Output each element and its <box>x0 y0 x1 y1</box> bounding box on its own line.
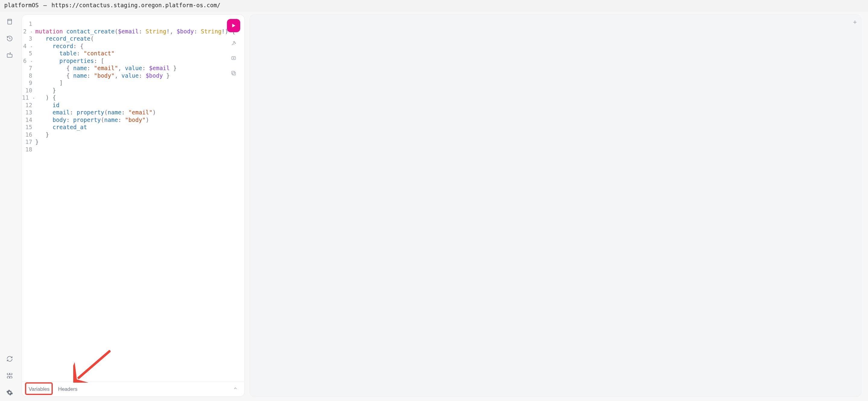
sidebar <box>0 11 19 401</box>
clear-icon[interactable] <box>229 54 238 62</box>
folder-icon[interactable] <box>5 51 14 60</box>
code-line[interactable]: body: property(name: "body") <box>35 116 223 124</box>
fold-toggle-icon[interactable]: ▾ <box>31 30 32 33</box>
line-gutter: 12 ▾34 ▾56 ▾7891011 ▾12131415161718 <box>22 20 35 381</box>
line-number: 4 ▾ <box>22 42 32 50</box>
line-number: 9 <box>22 79 32 87</box>
line-number: 18 <box>22 146 32 153</box>
settings-icon[interactable] <box>5 388 14 397</box>
code-line[interactable]: } <box>35 87 223 94</box>
copy-icon[interactable] <box>229 69 238 77</box>
code-line[interactable]: ) { <box>35 94 223 101</box>
code-line[interactable]: record_create( <box>35 35 223 42</box>
headers-tab[interactable]: Headers <box>58 386 78 392</box>
line-number: 1 <box>22 20 32 28</box>
svg-rect-0 <box>8 19 12 24</box>
code-line[interactable]: } <box>35 131 223 138</box>
line-number: 10 <box>22 87 32 94</box>
code-line[interactable]: mutation contact_create($email: String!,… <box>35 28 223 35</box>
line-number: 14 <box>22 116 32 124</box>
code-line[interactable]: { name: "body", value: $body } <box>35 72 223 79</box>
svg-rect-4 <box>233 72 236 75</box>
code-line[interactable]: table: "contact" <box>35 50 223 57</box>
editor-panel: 12 ▾34 ▾56 ▾7891011 ▾12131415161718 muta… <box>22 14 245 397</box>
code-line[interactable] <box>35 20 223 28</box>
refresh-icon[interactable] <box>5 355 14 363</box>
titlebar-url: https://contactus.staging.oregon.platfor… <box>52 2 221 8</box>
expand-bottom-icon[interactable] <box>233 386 238 392</box>
svg-rect-5 <box>231 71 235 74</box>
prettify-icon[interactable] <box>229 39 238 47</box>
svg-rect-1 <box>8 19 12 21</box>
keyboard-icon[interactable] <box>5 371 14 380</box>
variables-tab[interactable]: Variables <box>29 386 50 392</box>
fold-toggle-icon[interactable]: ▾ <box>33 97 34 100</box>
code-editor[interactable]: mutation contact_create($email: String!,… <box>35 20 244 381</box>
line-number: 7 <box>22 64 32 72</box>
code-line[interactable]: record: { <box>35 42 223 50</box>
line-number: 2 ▾ <box>22 28 32 35</box>
run-button[interactable] <box>227 19 240 32</box>
titlebar: platformOS — https://contactus.staging.o… <box>0 0 868 11</box>
code-line[interactable]: } <box>35 138 223 146</box>
code-line[interactable] <box>35 146 223 153</box>
history-icon[interactable] <box>5 34 14 43</box>
code-line[interactable]: { name: "email", value: $email } <box>35 64 223 72</box>
fold-toggle-icon[interactable]: ▾ <box>31 45 32 48</box>
line-number: 8 <box>22 72 32 79</box>
line-number: 5 <box>22 50 32 57</box>
editor-bottom-bar: Variables Headers <box>22 381 244 397</box>
code-line[interactable]: ] <box>35 79 223 87</box>
line-number: 11 ▾ <box>22 94 32 101</box>
line-number: 17 <box>22 138 32 146</box>
code-line[interactable]: created_at <box>35 124 223 131</box>
results-panel: + <box>250 14 861 397</box>
line-number: 3 <box>22 35 32 42</box>
code-line[interactable]: email: property(name: "email") <box>35 109 223 116</box>
titlebar-separator: — <box>43 2 47 8</box>
line-number: 6 ▾ <box>22 57 32 65</box>
add-tab-button[interactable]: + <box>853 19 857 26</box>
code-line[interactable]: properties: [ <box>35 57 223 65</box>
line-number: 12 <box>22 101 32 109</box>
fold-toggle-icon[interactable]: ▾ <box>31 60 32 63</box>
line-number: 13 <box>22 109 32 116</box>
app-name: platformOS <box>4 2 38 8</box>
svg-marker-2 <box>232 24 236 27</box>
docs-icon[interactable] <box>5 18 14 26</box>
line-number: 16 <box>22 131 32 138</box>
code-line[interactable]: id <box>35 101 223 109</box>
line-number: 15 <box>22 124 32 131</box>
